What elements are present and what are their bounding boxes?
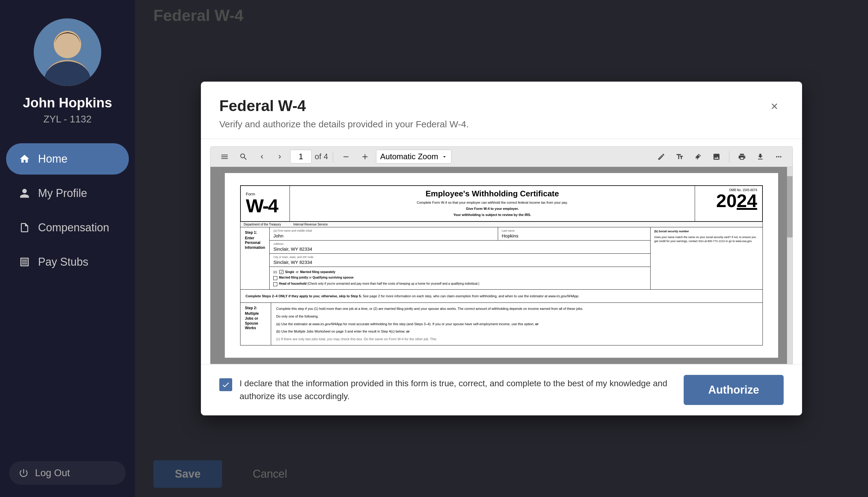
user-id: ZYL - 1132 <box>43 114 91 125</box>
toolbar-sep-2 <box>729 151 729 162</box>
declaration-row: I declare that the information provided … <box>219 377 684 403</box>
sidebar-item-compensation[interactable]: Compensation <box>6 212 129 243</box>
pdf-prev-page[interactable] <box>255 151 269 163</box>
sidebar-item-my-profile[interactable]: My Profile <box>6 178 129 209</box>
authorize-button[interactable]: Authorize <box>684 375 784 405</box>
main-content: Federal W-4 Federal W-4 Verify and autho… <box>135 0 868 497</box>
form-number: W-4 <box>246 196 285 215</box>
pdf-page-total: of 4 <box>315 152 328 161</box>
pdf-zoom-out[interactable] <box>338 150 354 164</box>
step1-table: Step 1: Enter Personal Information (a) F… <box>240 227 763 289</box>
receipt-icon <box>18 256 31 268</box>
form-year: 2024 <box>700 192 757 210</box>
person-icon <box>18 187 31 199</box>
modal-overlay: Federal W-4 Verify and authorize the det… <box>135 0 868 497</box>
modal-header-text: Federal W-4 Verify and authorize the det… <box>219 97 469 129</box>
form-main-title: Employee's Withholding Certificate <box>295 189 690 199</box>
form-subtitle: Complete Form W-4 so that your employer … <box>295 200 690 218</box>
checkmark-icon <box>221 380 230 389</box>
dept-info: Department of the Treasury Internal Reve… <box>240 222 763 227</box>
declaration-text: I declare that the information provided … <box>240 377 669 403</box>
sidebar-item-home[interactable]: Home <box>6 143 129 174</box>
modal-close-button[interactable]: × <box>765 97 784 115</box>
modal-footer: I declare that the information provided … <box>201 364 802 415</box>
pdf-sidebar-toggle[interactable] <box>217 150 232 164</box>
complete-steps-note: Complete Steps 2–4 ONLY if they apply to… <box>240 289 763 303</box>
power-icon <box>18 468 29 478</box>
document-icon <box>18 222 31 234</box>
pdf-scrollbar-thumb <box>787 176 793 238</box>
pdf-print[interactable] <box>734 150 750 163</box>
navigation: Home My Profile Compensation Pay Stubs <box>0 143 135 461</box>
logout-button[interactable]: Log Out <box>9 461 126 485</box>
sidebar: John Hopkins ZYL - 1132 Home My Profile … <box>0 0 135 497</box>
pdf-search-button[interactable] <box>235 150 251 164</box>
home-icon <box>18 153 31 165</box>
pdf-page: Form W-4 Employee's Withholding Certific… <box>225 173 778 358</box>
declaration-checkbox[interactable] <box>219 378 232 391</box>
modal-subtitle: Verify and authorize the details provide… <box>219 119 469 129</box>
toolbar-sep-1 <box>333 151 333 162</box>
pdf-image-tool[interactable] <box>709 150 724 163</box>
svg-point-3 <box>54 31 81 58</box>
pdf-text-tool[interactable] <box>672 150 688 163</box>
pdf-download[interactable] <box>753 150 768 163</box>
pdf-next-page[interactable] <box>272 151 287 163</box>
pdf-highlight-tool[interactable] <box>691 150 706 163</box>
modal: Federal W-4 Verify and authorize the det… <box>201 82 802 415</box>
pdf-page-input[interactable] <box>290 150 312 164</box>
pdf-zoom-select[interactable]: Automatic Zoom <box>376 150 451 164</box>
user-name: John Hopkins <box>23 95 112 111</box>
avatar <box>34 18 101 86</box>
pdf-content[interactable]: Form W-4 Employee's Withholding Certific… <box>210 167 793 364</box>
sidebar-item-pay-stubs[interactable]: Pay Stubs <box>6 246 129 278</box>
modal-title: Federal W-4 <box>219 97 469 115</box>
pdf-annotate-pen[interactable] <box>654 150 669 163</box>
pdf-toolbar: of 4 Automatic Zoom <box>210 146 793 167</box>
logout-container: Log Out <box>0 461 135 485</box>
pdf-scrollbar-track[interactable] <box>787 167 793 364</box>
pdf-more-options[interactable] <box>771 150 786 163</box>
pdf-zoom-in[interactable] <box>357 150 373 164</box>
modal-header: Federal W-4 Verify and authorize the det… <box>201 82 802 139</box>
step2-table: Step 2: Multiple Jobs or Spouse Works Co… <box>240 303 763 345</box>
